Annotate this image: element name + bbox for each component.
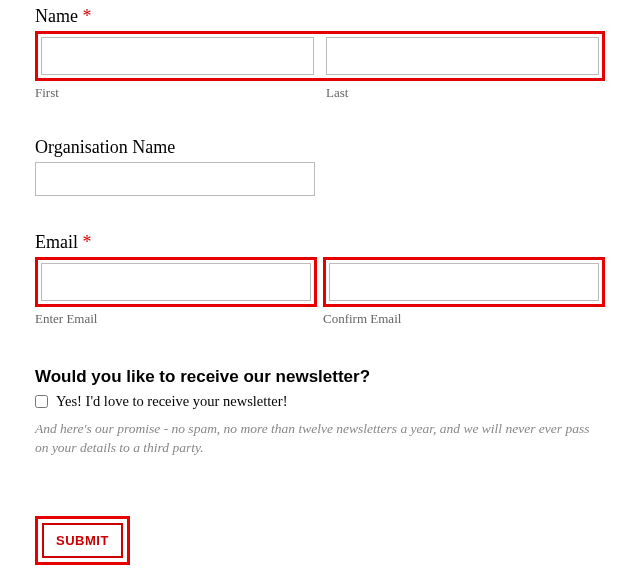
enter-email-input[interactable] xyxy=(41,263,311,301)
last-name-col xyxy=(326,37,599,75)
first-sublabel-col: First xyxy=(35,81,314,101)
organisation-label: Organisation Name xyxy=(35,137,605,158)
submit-button[interactable]: SUBMIT xyxy=(42,523,123,558)
newsletter-promise-text: And here's our promise - no spam, no mor… xyxy=(35,420,605,458)
first-name-input[interactable] xyxy=(41,37,314,75)
newsletter-field-group: Would you like to receive our newsletter… xyxy=(35,367,605,458)
enter-email-highlight xyxy=(35,257,317,307)
enter-email-sublabel: Enter Email xyxy=(35,311,317,327)
enter-email-col: Enter Email xyxy=(35,257,317,327)
newsletter-checkbox-label: Yes! I'd love to receive your newsletter… xyxy=(56,393,287,410)
first-name-col xyxy=(41,37,314,75)
confirm-email-col: Confirm Email xyxy=(323,257,605,327)
last-name-input[interactable] xyxy=(326,37,599,75)
email-field-group: Email * Enter Email Confirm Email xyxy=(35,232,605,327)
organisation-field-group: Organisation Name xyxy=(35,137,605,196)
name-input-row xyxy=(41,37,599,75)
email-label: Email * xyxy=(35,232,605,253)
name-label-text: Name xyxy=(35,6,78,26)
name-required-marker: * xyxy=(82,6,91,26)
submit-highlight-box: SUBMIT xyxy=(35,516,130,565)
newsletter-checkbox[interactable] xyxy=(35,395,48,408)
organisation-input[interactable] xyxy=(35,162,315,196)
email-required-marker: * xyxy=(83,232,92,252)
name-field-group: Name * First Last xyxy=(35,6,605,101)
name-highlight-box xyxy=(35,31,605,81)
name-label: Name * xyxy=(35,6,605,27)
confirm-email-sublabel: Confirm Email xyxy=(323,311,605,327)
email-input-row: Enter Email Confirm Email xyxy=(35,257,605,327)
newsletter-checkbox-row: Yes! I'd love to receive your newsletter… xyxy=(35,393,605,410)
newsletter-question: Would you like to receive our newsletter… xyxy=(35,367,605,387)
name-sublabel-row: First Last xyxy=(35,81,605,101)
last-sublabel-col: Last xyxy=(326,81,605,101)
first-sublabel: First xyxy=(35,85,314,101)
last-sublabel: Last xyxy=(326,85,605,101)
confirm-email-highlight xyxy=(323,257,605,307)
confirm-email-input[interactable] xyxy=(329,263,599,301)
email-label-text: Email xyxy=(35,232,78,252)
